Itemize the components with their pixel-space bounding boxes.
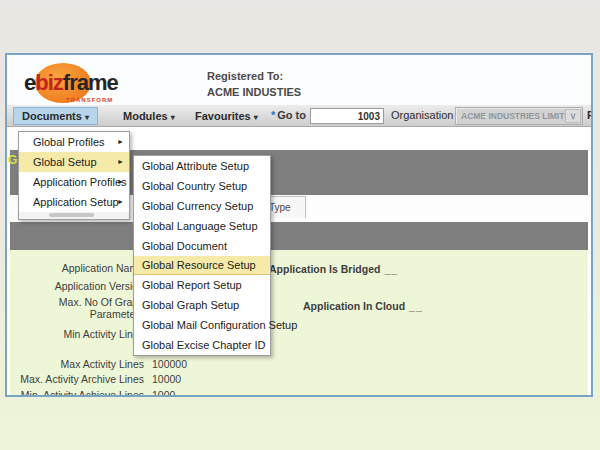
submenu-item-global-language-setup[interactable]: Global Language Setup <box>134 216 270 236</box>
field-application-is-bridged: Application Is Bridged__ <box>269 263 398 275</box>
organisation-label: Organisation <box>391 109 453 121</box>
form-label: Min Activity Lines <box>10 328 144 340</box>
menu-item-application-setup[interactable]: Application Setup► <box>19 192 129 212</box>
submenu-item-global-mail-configuration-setup[interactable]: Global Mail Configuration Setup <box>134 315 270 335</box>
caret-down-icon: ▾ <box>171 113 175 122</box>
form-value: 10000 <box>152 373 181 385</box>
app-header: ebizframe TRANSFORM Registered To: ACME … <box>7 55 591 105</box>
menu-modules[interactable]: Modules▾ <box>115 107 183 125</box>
submenu-item-global-attribute-setup[interactable]: Global Attribute Setup <box>134 156 270 176</box>
menu-documents[interactable]: Documents▾ <box>13 107 98 125</box>
submenu-arrow-icon: ► <box>117 192 124 212</box>
caret-down-icon: ▾ <box>254 113 258 122</box>
registered-to-block: Registered To: ACME INDUSTIES <box>207 68 301 100</box>
submenu-item-global-currency-setup[interactable]: Global Currency Setup <box>134 196 270 216</box>
menu-item-global-setup[interactable]: Global Setup► <box>19 152 129 172</box>
form-area: Application Name Application Version Max… <box>10 250 588 395</box>
form-label: Application Version <box>10 280 144 292</box>
form-label: Max. Activity Archive Lines <box>10 373 144 385</box>
partial-tab-letter[interactable]: G <box>8 153 17 167</box>
submenu-item-global-resource-setup[interactable]: Global Resource Setup <box>134 256 270 275</box>
global-setup-submenu: Global Attribute Setup Global Country Se… <box>133 155 271 356</box>
menu-scrollbar[interactable] <box>19 212 129 219</box>
documents-dropdown-menu: Global Profiles► Global Setup► Applicati… <box>18 131 130 220</box>
caret-down-icon: ▾ <box>85 113 89 122</box>
registered-to-label: Registered To: <box>207 68 301 84</box>
organisation-value: ACME INDUSTRIES LIMITED <box>461 111 576 121</box>
logo-tagline: TRANSFORM <box>66 97 113 103</box>
chevron-down-icon[interactable]: ∨ <box>565 109 581 123</box>
submenu-item-global-country-setup[interactable]: Global Country Setup <box>134 176 270 196</box>
section-header-band <box>10 222 588 250</box>
form-value: 1000 <box>152 389 175 397</box>
desktop-background: ebizframe TRANSFORM Registered To: ACME … <box>0 0 600 450</box>
ebizframe-logo: ebizframe TRANSFORM <box>19 61 149 105</box>
form-label: Max Activity Lines <box>10 358 144 370</box>
form-label: Min. Activity Achieve Lines <box>10 389 144 397</box>
partial-right-label: P <box>587 109 593 121</box>
submenu-item-global-report-setup[interactable]: Global Report Setup <box>134 275 270 295</box>
menu-item-application-profiles[interactable]: Application Profiles► <box>19 172 129 192</box>
goto-input[interactable] <box>310 108 384 124</box>
submenu-item-global-document[interactable]: Global Document <box>134 236 270 256</box>
menu-bar: Documents▾ Modules▾ Favourites▾ *Go to O… <box>7 105 591 127</box>
app-window: ebizframe TRANSFORM Registered To: ACME … <box>5 53 593 397</box>
logo-text: ebizframe <box>24 72 118 94</box>
form-value: 100000 <box>152 358 187 370</box>
form-label: Application Name <box>10 262 144 274</box>
registered-to-name: ACME INDUSTIES <box>207 84 301 100</box>
submenu-arrow-icon: ► <box>117 132 124 152</box>
submenu-item-global-graph-setup[interactable]: Global Graph Setup <box>134 295 270 315</box>
menu-favourites[interactable]: Favourites▾ <box>187 107 266 125</box>
menu-scrollbar-thumb[interactable] <box>49 213 94 217</box>
goto-label: *Go to <box>271 109 306 121</box>
field-application-in-cloud: Application In Cloud__ <box>303 300 423 312</box>
organisation-dropdown[interactable]: ACME INDUSTRIES LIMITED ∨ <box>455 107 583 125</box>
submenu-item-global-excise-chapter-id[interactable]: Global Excise Chapter ID <box>134 335 270 355</box>
menu-item-global-profiles[interactable]: Global Profiles► <box>19 132 129 152</box>
submenu-arrow-icon: ► <box>117 152 124 172</box>
submenu-arrow-icon: ► <box>117 172 124 192</box>
form-label: Max. No Of Graph Parameters <box>10 296 144 320</box>
